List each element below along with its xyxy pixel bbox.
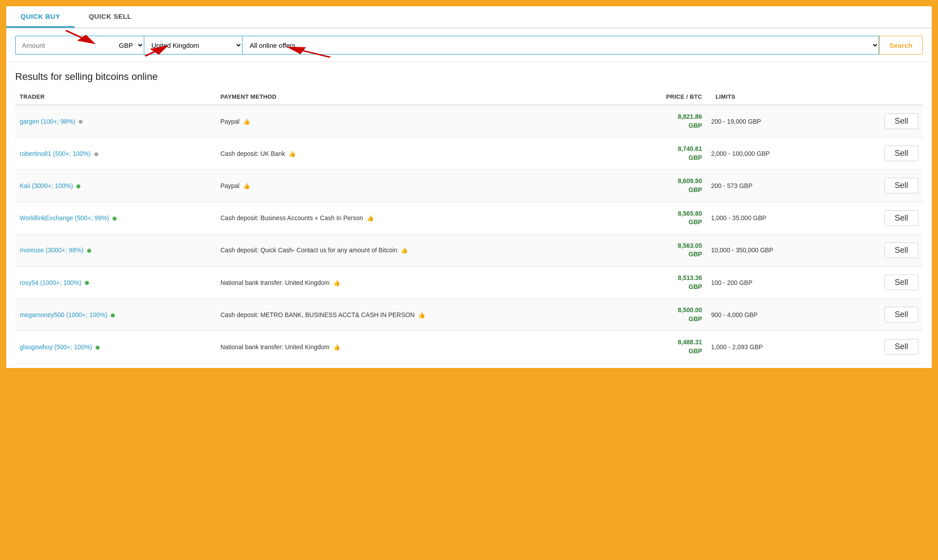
- tab-quick-buy[interactable]: QUICK BUY: [6, 6, 75, 28]
- action-cell: Sell: [842, 299, 923, 331]
- currency-select[interactable]: GBP USD EUR: [113, 36, 144, 54]
- table-row: megamoney500 (1000+; 100%) Cash deposit:…: [15, 299, 923, 331]
- main-container: QUICK BUY QUICK SELL GBP USD EUR United …: [5, 5, 933, 369]
- payment-cell: Cash deposit: Quick Cash- Contact us for…: [216, 234, 621, 266]
- sell-button[interactable]: Sell: [884, 275, 918, 290]
- trader-link[interactable]: moreuse (3000+; 98%): [20, 247, 84, 254]
- search-bar: GBP USD EUR United Kingdom United States…: [6, 29, 932, 62]
- sell-button[interactable]: Sell: [884, 307, 918, 322]
- table-row: gargen (100+; 98%) Paypal 👍 8,821.86GBP …: [15, 105, 923, 138]
- offers-table: Trader Payment method Price / BTC Limits…: [15, 90, 923, 364]
- sell-button[interactable]: Sell: [884, 146, 918, 161]
- payment-cell: Paypal 👍: [216, 170, 621, 202]
- price-cell: 8,609.50GBP: [621, 170, 707, 202]
- action-cell: Sell: [842, 266, 923, 298]
- table-row: WorldlinkExchange (500+; 99%) Cash depos…: [15, 202, 923, 234]
- limits-cell: 200 - 573 GBP: [707, 170, 842, 202]
- status-dot: [111, 313, 115, 318]
- table-row: Kaii (3000+; 100%) Paypal 👍 8,609.50GBP …: [15, 170, 923, 202]
- action-cell: Sell: [842, 138, 923, 170]
- status-dot: [113, 217, 117, 221]
- status-dot: [87, 249, 91, 253]
- col-header-action: [842, 90, 923, 105]
- table-row: robertino81 (500+; 100%) Cash deposit: U…: [15, 138, 923, 170]
- trader-link[interactable]: megamoney500 (1000+; 100%): [20, 311, 108, 318]
- sell-button[interactable]: Sell: [884, 242, 918, 258]
- limits-cell: 2,000 - 100,000 GBP: [707, 138, 842, 170]
- payment-cell: Cash deposit: METRO BANK, BUSINESS ACCT&…: [216, 299, 621, 331]
- thumbs-up-icon: 👍: [243, 183, 250, 189]
- sell-button[interactable]: Sell: [884, 178, 918, 193]
- amount-input[interactable]: [15, 36, 113, 54]
- payment-cell: Cash deposit: Business Accounts + Cash I…: [216, 202, 621, 234]
- trader-cell: gargen (100+; 98%): [15, 105, 216, 138]
- thumbs-up-icon: 👍: [418, 312, 425, 318]
- table-row: rosy54 (1000+; 100%) National bank trans…: [15, 266, 923, 298]
- thumbs-up-icon: 👍: [289, 150, 296, 157]
- trader-cell: robertino81 (500+; 100%): [15, 138, 216, 170]
- status-dot: [94, 152, 98, 156]
- col-header-payment: Payment method: [216, 90, 621, 105]
- sell-button[interactable]: Sell: [884, 339, 918, 355]
- price-cell: 8,740.61GBP: [621, 138, 707, 170]
- status-dot: [96, 346, 100, 350]
- trader-cell: megamoney500 (1000+; 100%): [15, 299, 216, 331]
- status-dot: [85, 281, 89, 285]
- country-select[interactable]: United Kingdom United States Germany Fra…: [144, 36, 243, 54]
- payment-cell: National bank transfer: United Kingdom 👍: [216, 266, 621, 298]
- offers-select[interactable]: All online offers Paypal Bank transfer C…: [243, 36, 879, 54]
- col-header-trader: Trader: [15, 90, 216, 105]
- action-cell: Sell: [842, 331, 923, 363]
- price-cell: 8,563.05GBP: [621, 234, 707, 266]
- payment-cell: Cash deposit: UK Bank 👍: [216, 138, 621, 170]
- price-cell: 8,821.86GBP: [621, 105, 707, 138]
- price-cell: 8,488.31GBP: [621, 331, 707, 363]
- price-cell: 8,500.00GBP: [621, 299, 707, 331]
- thumbs-up-icon: 👍: [367, 215, 374, 221]
- limits-cell: 100 - 200 GBP: [707, 266, 842, 298]
- trader-cell: rosy54 (1000+; 100%): [15, 266, 216, 298]
- table-row: moreuse (3000+; 98%) Cash deposit: Quick…: [15, 234, 923, 266]
- status-dot: [79, 120, 83, 124]
- search-button[interactable]: Search: [879, 36, 923, 54]
- trader-link[interactable]: robertino81 (500+; 100%): [20, 150, 91, 157]
- payment-cell: Paypal 👍: [216, 105, 621, 138]
- action-cell: Sell: [842, 202, 923, 234]
- limits-cell: 1,000 - 35,000 GBP: [707, 202, 842, 234]
- trader-cell: WorldlinkExchange (500+; 99%): [15, 202, 216, 234]
- thumbs-up-icon: 👍: [333, 344, 340, 351]
- tabs-bar: QUICK BUY QUICK SELL: [6, 6, 932, 29]
- action-cell: Sell: [842, 234, 923, 266]
- trader-link[interactable]: glasgowboy (500+; 100%): [20, 343, 92, 351]
- thumbs-up-icon: 👍: [333, 280, 340, 286]
- limits-cell: 900 - 4,000 GBP: [707, 299, 842, 331]
- trader-cell: Kaii (3000+; 100%): [15, 170, 216, 202]
- trader-cell: moreuse (3000+; 98%): [15, 234, 216, 266]
- results-title: Results for selling bitcoins online: [15, 71, 923, 83]
- sell-button[interactable]: Sell: [884, 113, 918, 129]
- limits-cell: 1,000 - 2,093 GBP: [707, 331, 842, 363]
- results-section: Results for selling bitcoins online Trad…: [6, 62, 932, 368]
- limits-cell: 200 - 19,000 GBP: [707, 105, 842, 138]
- tab-quick-sell[interactable]: QUICK SELL: [75, 6, 146, 28]
- trader-link[interactable]: rosy54 (1000+; 100%): [20, 279, 81, 286]
- price-cell: 8,565.80GBP: [621, 202, 707, 234]
- col-header-limits: Limits: [707, 90, 842, 105]
- trader-link[interactable]: gargen (100+; 98%): [20, 118, 75, 125]
- limits-cell: 10,000 - 350,000 GBP: [707, 234, 842, 266]
- sell-button[interactable]: Sell: [884, 210, 918, 226]
- thumbs-up-icon: 👍: [401, 247, 408, 254]
- price-cell: 8,513.36GBP: [621, 266, 707, 298]
- status-dot: [76, 184, 80, 188]
- action-cell: Sell: [842, 170, 923, 202]
- trader-link[interactable]: Kaii (3000+; 100%): [20, 182, 73, 189]
- table-row: glasgowboy (500+; 100%) National bank tr…: [15, 331, 923, 363]
- trader-cell: glasgowboy (500+; 100%): [15, 331, 216, 363]
- col-header-price: Price / BTC: [621, 90, 707, 105]
- payment-cell: National bank transfer: United Kingdom 👍: [216, 331, 621, 363]
- action-cell: Sell: [842, 105, 923, 138]
- thumbs-up-icon: 👍: [243, 118, 250, 125]
- trader-link[interactable]: WorldlinkExchange (500+; 99%): [20, 214, 109, 221]
